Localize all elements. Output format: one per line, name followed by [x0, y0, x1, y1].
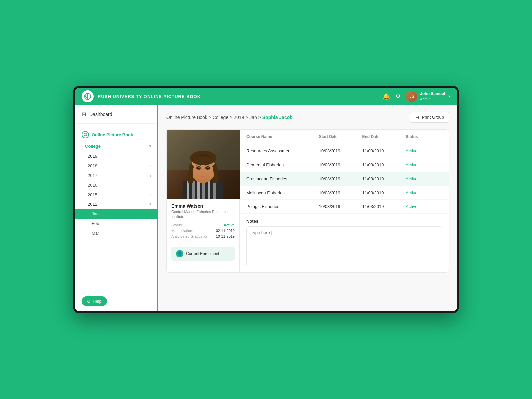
- user-name: John Samuel: [420, 91, 445, 97]
- month-item-jan[interactable]: Jan: [75, 209, 158, 219]
- year-2012-label: 2012: [88, 202, 97, 207]
- sidebar-item-online-picture-book[interactable]: Online Picture Book: [75, 128, 158, 141]
- table-row[interactable]: Crustacean Fisheries 10/03/2019 11/03/20…: [240, 172, 449, 186]
- year-item-2018[interactable]: 2018 ›: [75, 161, 158, 171]
- breadcrumb-path: Online Picture Book > College > 2019 > J…: [166, 115, 262, 120]
- notes-textarea[interactable]: [246, 226, 442, 266]
- book-icon: [82, 131, 89, 138]
- start-date: 10/03/2019: [319, 176, 362, 181]
- status-badge: Active: [406, 176, 442, 181]
- status-row: Status: Active: [171, 223, 235, 227]
- status-badge: Active: [406, 148, 442, 153]
- svg-rect-5: [187, 181, 189, 200]
- month-item-mar[interactable]: Mar: [75, 228, 158, 238]
- sidebar-section: Online Picture Book College ▾ 2019 › 201…: [75, 124, 158, 291]
- chevron-right-icon: ›: [150, 154, 151, 158]
- breadcrumb-bar: Online Picture Book > College > 2019 > J…: [166, 112, 449, 123]
- help-icon: ⊙: [87, 299, 91, 304]
- svg-point-13: [190, 151, 216, 165]
- app-header: RUSH UNIVERSITY ONLINE PICTURE BOOK 🔔 ⚙ …: [75, 88, 457, 105]
- user-role: Admin: [420, 97, 445, 102]
- table-row[interactable]: Molluscan Fisheries 10/03/2019 11/03/201…: [240, 186, 449, 200]
- start-date: 10/03/2019: [319, 162, 362, 167]
- svg-rect-6: [192, 181, 195, 200]
- end-date: 11/03/2019: [362, 148, 406, 153]
- print-group-button[interactable]: 🖨 Print Group: [410, 112, 449, 123]
- year-item-2012[interactable]: 2012 ▾: [75, 200, 158, 209]
- graduation-value: 10-11-2019: [216, 234, 235, 238]
- matriculation-row: Matriculation: 02-11-2019: [171, 229, 235, 233]
- month-item-feb[interactable]: Feb: [75, 219, 158, 228]
- college-section-header[interactable]: College ▾: [75, 141, 158, 151]
- svg-point-17: [207, 167, 209, 169]
- chevron-down-icon: ▾: [149, 202, 151, 206]
- print-icon: 🖨: [415, 114, 420, 120]
- help-label: Help: [93, 299, 102, 304]
- table-row[interactable]: Demersal Fisheries 10/03/2019 11/03/2019…: [240, 158, 449, 172]
- end-date: 11/03/2019: [362, 176, 406, 181]
- chevron-right-icon: ›: [150, 193, 151, 197]
- start-date: 10/03/2019: [319, 148, 362, 153]
- chevron-right-icon: ›: [150, 164, 151, 168]
- online-picture-book-label: Online Picture Book: [92, 132, 133, 137]
- start-date: 10/03/2019: [319, 204, 362, 209]
- year-item-2016[interactable]: 2016 ›: [75, 180, 158, 190]
- student-name: Emma Watson: [171, 203, 235, 209]
- table-row[interactable]: Resources Assessment 10/03/2019 11/03/20…: [240, 144, 449, 158]
- svg-rect-8: [202, 181, 205, 200]
- student-info: Emma Watson Central Marine Fisheries Res…: [167, 200, 239, 243]
- device-frame: RUSH UNIVERSITY ONLINE PICTURE BOOK 🔔 ⚙ …: [73, 86, 459, 313]
- sidebar-dashboard-item[interactable]: ⊞ Dashboard: [75, 105, 158, 124]
- print-group-label: Print Group: [422, 115, 444, 120]
- enrollment-icon: 👤: [176, 250, 183, 257]
- matriculation-value: 02-11-2019: [216, 229, 235, 233]
- enrollment-button[interactable]: 👤 Current Enrollment: [171, 247, 235, 261]
- breadcrumb-highlight: Sophia Jacob: [262, 115, 293, 120]
- app-logo: [82, 90, 94, 102]
- status-value: Active: [224, 223, 235, 227]
- header-status: Status: [406, 134, 442, 139]
- end-date: 11/03/2019: [362, 190, 406, 195]
- student-photo: [167, 130, 239, 200]
- college-label: College: [85, 144, 101, 149]
- svg-rect-10: [213, 181, 216, 200]
- content-area: Online Picture Book > College > 2019 > J…: [158, 105, 457, 311]
- course-name: Molluscan Fisheries: [246, 190, 319, 195]
- end-date: 11/03/2019: [362, 162, 406, 167]
- courses-table: Course Name Start Date End Date Status R…: [240, 130, 449, 214]
- breadcrumb: Online Picture Book > College > 2019 > J…: [166, 115, 293, 120]
- year-item-2017[interactable]: 2017 ›: [75, 171, 158, 180]
- year-item-2015[interactable]: 2015 ›: [75, 190, 158, 200]
- sidebar-bottom: ⊙ Help: [75, 291, 158, 311]
- settings-icon[interactable]: ⚙: [395, 93, 401, 100]
- notification-icon[interactable]: 🔔: [383, 93, 390, 100]
- app-title: RUSH UNIVERSITY ONLINE PICTURE BOOK: [98, 94, 379, 99]
- course-name: Demersal Fisheries: [246, 162, 319, 167]
- dashboard-label: Dashboard: [89, 112, 112, 117]
- user-menu[interactable]: JS John Samuel Admin ▾: [406, 91, 450, 102]
- status-badge: Active: [406, 162, 442, 167]
- collapse-icon: ▾: [149, 144, 151, 148]
- help-button[interactable]: ⊙ Help: [82, 296, 107, 306]
- active-indicator: [157, 105, 158, 311]
- status-label: Status:: [171, 223, 183, 227]
- header-icons: 🔔 ⚙ JS John Samuel Admin ▾: [383, 91, 450, 102]
- table-header: Course Name Start Date End Date Status: [240, 130, 449, 144]
- chevron-right-icon: ›: [150, 174, 151, 178]
- year-2016-label: 2016: [88, 183, 97, 188]
- year-item-2019[interactable]: 2019 ›: [75, 151, 158, 161]
- status-badge: Active: [406, 204, 442, 209]
- year-2017-label: 2017: [88, 173, 97, 178]
- dashboard-icon: ⊞: [82, 111, 86, 117]
- year-2015-label: 2015: [88, 192, 97, 197]
- notes-section: Notes: [240, 214, 449, 272]
- year-2018-label: 2018: [88, 163, 97, 168]
- table-row[interactable]: Pelagic Fisheries 10/03/2019 11/03/2019 …: [240, 200, 449, 214]
- nav-icon: [82, 131, 89, 138]
- chevron-down-icon: ▾: [448, 94, 450, 99]
- chevron-right-icon: ›: [150, 183, 151, 187]
- end-date: 11/03/2019: [362, 204, 406, 209]
- sidebar: ⊞ Dashboard Online Picture Book: [75, 105, 158, 311]
- year-2019-label: 2019: [88, 154, 97, 159]
- matriculation-label: Matriculation:: [171, 229, 193, 233]
